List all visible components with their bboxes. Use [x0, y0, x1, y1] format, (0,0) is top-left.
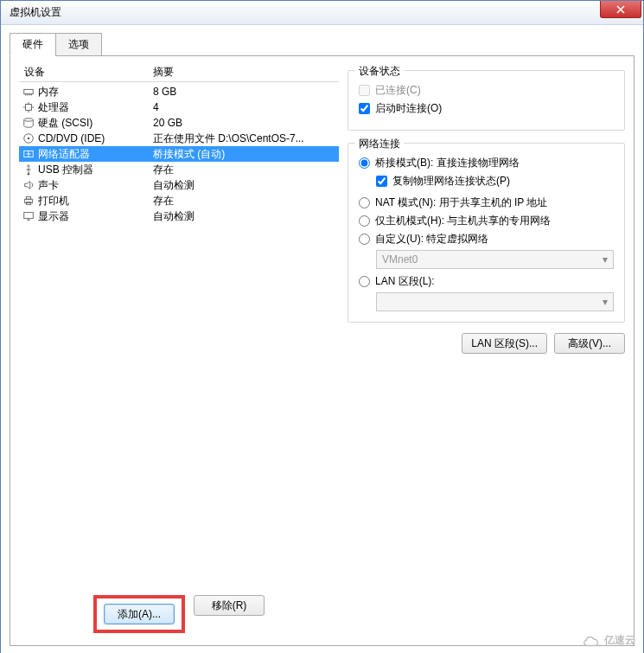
device-name: 网络适配器 — [36, 147, 153, 162]
device-row[interactable]: 网络适配器桥接模式 (自动) — [19, 146, 339, 162]
custom-radio[interactable] — [359, 234, 370, 245]
device-name: 声卡 — [36, 178, 153, 193]
connect-start-checkbox[interactable] — [359, 103, 370, 114]
watermark: 亿速云 — [582, 633, 635, 648]
nat-radio[interactable] — [359, 197, 370, 208]
device-summary: 桥接模式 (自动) — [153, 147, 339, 162]
col-summary: 摘要 — [153, 65, 339, 80]
tab-hardware[interactable]: 硬件 — [10, 33, 56, 56]
nat-radio-label[interactable]: NAT 模式(N): 用于共享主机的 IP 地址 — [359, 195, 614, 210]
device-summary: 自动检测 — [153, 178, 339, 193]
device-row[interactable]: 显示器自动检测 — [19, 208, 339, 224]
device-summary: 存在 — [153, 194, 339, 208]
close-icon — [616, 5, 625, 14]
hostonly-radio[interactable] — [359, 215, 370, 227]
device-summary: 4 — [153, 101, 339, 113]
cpu-icon — [21, 101, 36, 113]
tab-bar: 硬件 选项 — [10, 33, 634, 56]
network-connection-group: 网络连接 桥接模式(B): 直接连接物理网络 复制物理网络连接状态(P) NAT… — [348, 143, 625, 323]
device-row[interactable]: 处理器4 — [19, 99, 339, 115]
add-button[interactable]: 添加(A)... — [104, 604, 175, 624]
hostonly-radio-label[interactable]: 仅主机模式(H): 与主机共享的专用网络 — [359, 214, 614, 228]
memory-icon — [21, 86, 36, 98]
network-icon — [21, 148, 36, 160]
replicate-checkbox[interactable] — [376, 176, 387, 187]
connect-start-checkbox-label[interactable]: 启动时连接(O) — [359, 101, 614, 116]
cd-icon — [21, 132, 36, 144]
highlight-box: 添加(A)... — [93, 595, 185, 633]
remove-button[interactable]: 移除(R) — [194, 595, 265, 616]
lan-radio[interactable] — [359, 276, 370, 287]
device-name: CD/DVD (IDE) — [36, 132, 153, 144]
svg-rect-1 — [26, 105, 32, 111]
printer-icon — [21, 195, 36, 207]
window-title: 虚拟机设置 — [4, 5, 61, 20]
device-summary: 自动检测 — [153, 209, 339, 224]
display-icon — [21, 210, 36, 222]
lan-radio-label[interactable]: LAN 区段(L): — [359, 274, 614, 289]
usb-icon — [21, 163, 36, 176]
status-legend: 设备状态 — [355, 64, 404, 79]
disk-icon — [21, 117, 36, 129]
svg-rect-10 — [24, 213, 34, 219]
cloud-icon — [582, 634, 601, 648]
titlebar: 虚拟机设置 — [1, 1, 643, 25]
svg-point-6 — [28, 173, 30, 176]
device-row[interactable]: CD/DVD (IDE)正在使用文件 D:\OS\CentOS-7... — [19, 131, 339, 146]
connected-checkbox-label[interactable]: 已连接(C) — [359, 83, 614, 98]
device-row[interactable]: 打印机存在 — [19, 193, 339, 208]
network-legend: 网络连接 — [355, 137, 404, 151]
bridged-radio[interactable] — [359, 157, 370, 169]
custom-network-select[interactable]: VMnet0 — [376, 250, 614, 269]
svg-rect-8 — [26, 197, 30, 200]
device-list-header: 设备 摘要 — [19, 65, 339, 82]
device-name: 显示器 — [36, 209, 153, 224]
replicate-checkbox-label[interactable]: 复制物理网络连接状态(P) — [376, 174, 614, 189]
connected-checkbox[interactable] — [359, 85, 370, 96]
device-row[interactable]: USB 控制器存在 — [19, 162, 339, 177]
col-device: 设备 — [19, 65, 153, 80]
close-button[interactable] — [600, 1, 641, 18]
device-name: USB 控制器 — [36, 163, 153, 177]
svg-rect-0 — [24, 89, 34, 93]
device-status-group: 设备状态 已连接(C) 启动时连接(O) — [348, 70, 625, 131]
device-name: 内存 — [36, 85, 153, 99]
device-summary: 20 GB — [153, 117, 339, 129]
advanced-button[interactable]: 高级(V)... — [554, 333, 625, 354]
device-row[interactable]: 声卡自动检测 — [19, 177, 339, 193]
svg-point-2 — [24, 118, 34, 122]
device-summary: 8 GB — [153, 86, 339, 98]
lan-segment-select[interactable] — [376, 292, 614, 311]
custom-radio-label[interactable]: 自定义(U): 特定虚拟网络 — [359, 232, 614, 246]
device-summary: 正在使用文件 D:\OS\CentOS-7... — [153, 131, 339, 146]
sound-icon — [21, 179, 36, 191]
device-name: 处理器 — [36, 100, 153, 115]
device-row[interactable]: 内存8 GB — [19, 84, 339, 99]
device-name: 打印机 — [36, 194, 153, 208]
svg-point-4 — [28, 138, 30, 140]
device-list[interactable]: 内存8 GB处理器4硬盘 (SCSI)20 GBCD/DVD (IDE)正在使用… — [19, 84, 339, 586]
device-name: 硬盘 (SCSI) — [36, 116, 153, 131]
lan-segments-button[interactable]: LAN 区段(S)... — [462, 333, 547, 354]
device-summary: 存在 — [153, 163, 339, 177]
bridged-radio-label[interactable]: 桥接模式(B): 直接连接物理网络 — [359, 156, 614, 170]
device-row[interactable]: 硬盘 (SCSI)20 GB — [19, 115, 339, 131]
tab-options[interactable]: 选项 — [55, 33, 102, 56]
